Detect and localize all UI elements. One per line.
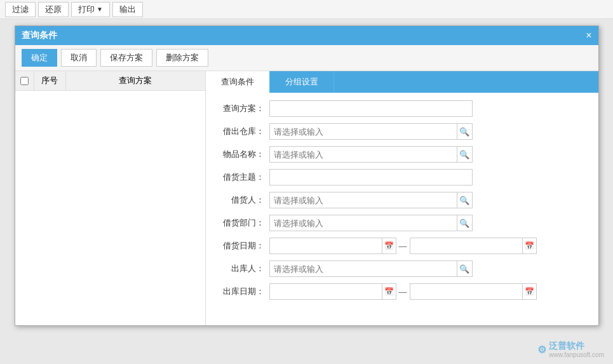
scheme-list-panel: 序号 查询方案 <box>15 71 206 325</box>
dialog-close-button[interactable]: × <box>586 30 591 41</box>
warehouse-input[interactable] <box>270 125 457 138</box>
confirm-button[interactable]: 确定 <box>22 49 57 67</box>
select-all-checkbox[interactable] <box>20 77 29 85</box>
main-area: 查询条件 × 确定 取消 保存方案 删除方案 序号 查询方案 <box>0 19 613 364</box>
goods-input[interactable] <box>270 148 457 161</box>
goods-input-container: 🔍 <box>269 146 473 163</box>
cancel-button[interactable]: 取消 <box>61 49 97 67</box>
header-check-col <box>15 71 34 90</box>
tab-query-conditions[interactable]: 查询条件 <box>206 71 270 93</box>
query-content: 查询方案： 借出仓库： 🔍 物品名称： <box>206 93 598 325</box>
goods-label: 物品名称： <box>219 149 269 160</box>
dept-input-container: 🔍 <box>269 215 473 231</box>
warehouse-input-container: 🔍 <box>269 123 473 140</box>
dialog-titlebar: 查询条件 × <box>15 26 598 45</box>
date-sep-2: — <box>399 287 407 297</box>
outbound-date-start[interactable] <box>270 285 382 299</box>
header-name-col: 查询方案 <box>66 71 205 90</box>
watermark: ⚙ 泛普软件 www.fanpusoft.com <box>537 340 604 359</box>
borrower-input[interactable] <box>270 194 457 207</box>
form-row-scheme: 查询方案： <box>219 100 586 117</box>
delete-scheme-button[interactable]: 删除方案 <box>156 49 208 67</box>
form-row-warehouse: 借出仓库： 🔍 <box>219 123 586 140</box>
query-panel: 查询条件 分组设置 查询方案： 借出仓库： <box>206 71 598 325</box>
header-seq-col: 序号 <box>34 71 66 90</box>
outbound-date-end[interactable] <box>410 285 522 299</box>
form-row-outbound-person: 出库人： 🔍 <box>219 260 586 277</box>
borrow-date-end[interactable] <box>410 239 522 253</box>
outbound-person-input[interactable] <box>270 262 457 276</box>
date-sep-1: — <box>399 241 407 251</box>
warehouse-search-icon[interactable]: 🔍 <box>457 124 472 139</box>
scheme-label: 查询方案： <box>219 103 269 114</box>
outbound-date-start-container: 📅 <box>269 283 396 300</box>
dialog-title: 查询条件 <box>22 30 57 41</box>
borrower-input-container: 🔍 <box>269 192 473 208</box>
goods-search-icon[interactable]: 🔍 <box>457 147 472 162</box>
borrow-date-start-cal-icon[interactable]: 📅 <box>382 238 396 253</box>
print-arrow-icon: ▼ <box>97 6 103 13</box>
scheme-input[interactable] <box>269 100 473 117</box>
borrow-date-end-container: 📅 <box>410 238 537 254</box>
outbound-person-input-container: 🔍 <box>269 260 473 277</box>
borrow-date-range: 📅 — 📅 <box>269 238 473 254</box>
outbound-date-label: 出库日期： <box>219 286 269 297</box>
export-button[interactable]: 输出 <box>112 2 143 17</box>
outbound-person-search-icon[interactable]: 🔍 <box>457 261 472 276</box>
save-scheme-button[interactable]: 保存方案 <box>100 49 152 67</box>
filter-button[interactable]: 过滤 <box>5 2 36 17</box>
borrower-search-icon[interactable]: 🔍 <box>457 192 472 208</box>
outbound-date-end-cal-icon[interactable]: 📅 <box>522 284 536 299</box>
borrow-date-label: 借货日期： <box>219 240 269 252</box>
tab-filler <box>334 71 598 93</box>
toolbar: 过滤 还原 打印 ▼ 输出 <box>0 0 613 19</box>
watermark-text: 泛普软件 www.fanpusoft.com <box>549 340 604 359</box>
query-tabs: 查询条件 分组设置 <box>206 71 598 93</box>
print-label: 打印 <box>78 4 95 15</box>
scheme-table-header: 序号 查询方案 <box>15 71 205 91</box>
borrower-label: 借货人： <box>219 194 269 206</box>
form-row-borrower: 借货人： 🔍 <box>219 192 586 208</box>
dept-search-icon[interactable]: 🔍 <box>457 215 472 231</box>
outbound-date-range: 📅 — 📅 <box>269 283 473 300</box>
outbound-date-start-cal-icon[interactable]: 📅 <box>382 284 396 299</box>
form-row-borrow-date: 借货日期： 📅 — 📅 <box>219 238 586 254</box>
watermark-brand: 泛普软件 <box>549 340 604 351</box>
dialog-body: 序号 查询方案 查询条件 分组设置 查询方案： <box>15 71 598 325</box>
outbound-person-label: 出库人： <box>219 263 269 274</box>
borrow-date-end-cal-icon[interactable]: 📅 <box>522 238 536 253</box>
form-row-dept: 借货部门： 🔍 <box>219 215 586 231</box>
query-dialog: 查询条件 × 确定 取消 保存方案 删除方案 序号 查询方案 <box>15 25 599 326</box>
borrow-date-start[interactable] <box>270 239 382 253</box>
warehouse-label: 借出仓库： <box>219 126 269 137</box>
restore-button[interactable]: 还原 <box>38 2 69 17</box>
dialog-actions: 确定 取消 保存方案 删除方案 <box>15 45 598 71</box>
borrow-date-start-container: 📅 <box>269 238 396 254</box>
outbound-date-end-container: 📅 <box>410 283 537 300</box>
scheme-list-body[interactable] <box>15 91 205 325</box>
dept-input[interactable] <box>270 217 457 230</box>
print-button[interactable]: 打印 ▼ <box>71 2 110 17</box>
theme-label: 借货主题： <box>219 172 269 183</box>
watermark-url: www.fanpusoft.com <box>549 351 604 359</box>
dept-label: 借货部门： <box>219 217 269 229</box>
form-row-theme: 借货主题： <box>219 169 586 185</box>
form-row-goods: 物品名称： 🔍 <box>219 146 586 163</box>
theme-input[interactable] <box>269 169 473 185</box>
watermark-logo-icon: ⚙ <box>537 344 546 356</box>
form-row-outbound-date: 出库日期： 📅 — 📅 <box>219 283 586 300</box>
tab-group-settings[interactable]: 分组设置 <box>270 71 334 93</box>
